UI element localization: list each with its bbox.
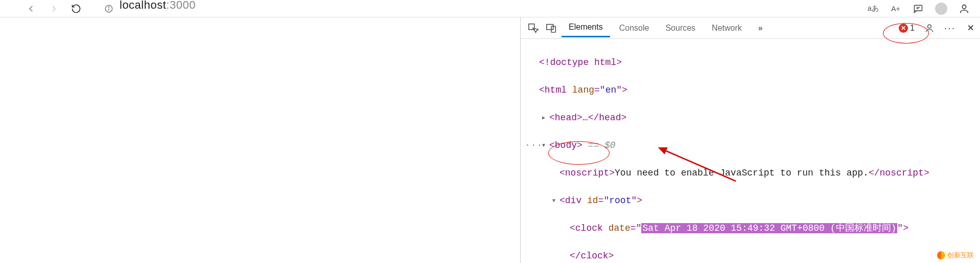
error-icon: ✕ (899, 24, 908, 33)
code-line[interactable]: <clock date="Sat Apr 18 2020 15:49:32 GM… (523, 222, 980, 235)
selected-dots: ··· (525, 139, 543, 152)
code-line[interactable]: ▼<div id="root"> (523, 194, 980, 208)
account-icon[interactable] (959, 3, 970, 14)
inspect-icon[interactable] (525, 20, 541, 36)
url-text: localhost:3000 (120, 0, 196, 12)
watermark: 创新互联 (934, 250, 977, 261)
refresh-button[interactable] (71, 3, 82, 14)
code-line[interactable]: <html lang="en"> (523, 83, 980, 97)
code-line[interactable]: ···▼<body> == $0 (523, 139, 980, 152)
address-bar[interactable]: localhost:3000 (104, 4, 860, 13)
error-count: 1 (910, 24, 915, 33)
devtools-account-icon[interactable] (924, 23, 935, 34)
feedback-icon[interactable] (913, 3, 924, 14)
reader-icon[interactable]: aあ (868, 3, 879, 14)
tab-elements[interactable]: Elements (562, 18, 610, 37)
svg-rect-3 (915, 5, 922, 11)
devtools-tabbar: Elements Console Sources Network » ✕ 1 ·… (521, 17, 980, 39)
svg-point-10 (928, 25, 931, 28)
tabs-overflow[interactable]: » (751, 19, 770, 37)
watermark-text: 创新互联 (947, 251, 974, 260)
expand-triangle-icon[interactable]: ▼ (552, 197, 555, 205)
tab-sources[interactable]: Sources (658, 19, 703, 37)
forward-button[interactable] (48, 3, 59, 14)
highlighted-attribute: Sat Apr 18 2020 15:49:32 GMT+0800 (中国标准时… (641, 223, 897, 233)
back-button[interactable] (26, 3, 37, 14)
tab-console[interactable]: Console (612, 19, 657, 37)
devtools-panel: Elements Console Sources Network » ✕ 1 ·… (520, 17, 980, 263)
browser-toolbar: localhost:3000 aあ A+ (0, 0, 980, 17)
expand-triangle-icon[interactable]: ▼ (542, 142, 545, 149)
toolbar-right: aあ A+ (868, 3, 970, 15)
code-line[interactable]: ▶<head>…</head> (523, 111, 980, 125)
profile-avatar[interactable] (935, 3, 947, 15)
code-line[interactable]: <!doctype html> (523, 56, 980, 70)
devtools-close-icon[interactable]: ✕ (965, 23, 976, 34)
svg-rect-8 (547, 24, 553, 29)
device-toggle-icon[interactable] (543, 20, 559, 36)
svg-point-2 (108, 7, 109, 7)
expand-triangle-icon[interactable]: ▶ (542, 114, 545, 122)
code-line[interactable]: </clock> (523, 249, 980, 263)
info-icon (104, 4, 113, 13)
page-viewport[interactable] (0, 17, 520, 263)
error-indicator[interactable]: ✕ 1 (899, 24, 915, 33)
code-line[interactable]: <noscript>You need to enable JavaScript … (523, 166, 980, 180)
tab-network[interactable]: Network (705, 19, 749, 37)
devtools-menu-icon[interactable]: ··· (944, 23, 955, 34)
svg-point-6 (962, 5, 966, 8)
watermark-logo-icon (937, 251, 945, 259)
elements-tree[interactable]: <!doctype html> <html lang="en"> ▶<head>… (521, 39, 980, 263)
favorites-add-icon[interactable]: A+ (890, 3, 901, 14)
